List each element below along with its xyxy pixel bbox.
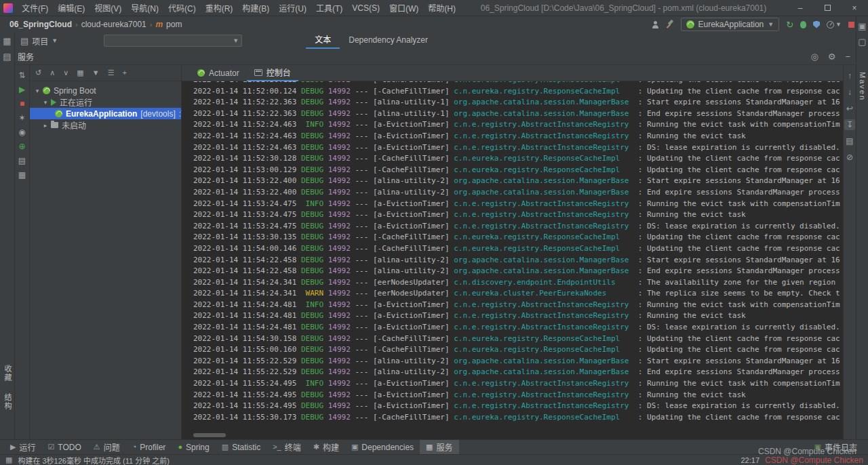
toolwindow-button-profiler[interactable]: ◔Profiler: [126, 440, 172, 455]
toolwindow-button-todo[interactable]: ☑TODO: [41, 440, 87, 455]
menu-item[interactable]: 帮助(H): [423, 2, 460, 14]
toolwindow-button-label: 构建: [323, 441, 339, 453]
log-line: 2022-01-14 11:54:30.158 DEBUG 14992 --- …: [193, 333, 843, 345]
bottom-bar-items: ▶运行☑TODO⚠问题◔Profiler●Spring▥Statistic>_终…: [4, 440, 459, 455]
log-line: 2022-01-14 11:54:00.146 DEBUG 14992 --- …: [193, 243, 843, 255]
log-line: 2022-01-14 11:53:00.129 DEBUG 14992 --- …: [193, 165, 843, 176]
breadcrumb-file[interactable]: pom: [166, 20, 182, 29]
menu-item[interactable]: 导航(N): [126, 2, 163, 14]
log-line: 2022-01-14 11:53:22.400 DEBUG 14992 --- …: [193, 176, 843, 187]
toolwindow-button-problems[interactable]: ⚠问题: [87, 440, 126, 455]
menu-item[interactable]: 重构(R): [201, 2, 238, 14]
build-hammer-icon[interactable]: [666, 20, 674, 28]
menu-item[interactable]: 文件(F): [17, 2, 53, 14]
add-service-icon[interactable]: +: [123, 69, 127, 77]
run-service-icon[interactable]: ▶: [19, 85, 25, 94]
tab-text[interactable]: 文本: [306, 33, 340, 49]
console-output[interactable]: 2022-01-14 11:51:30.112 DEBUG 14992 --- …: [182, 81, 843, 439]
commit-toolwindow-icon[interactable]: ▤: [3, 52, 11, 61]
tree-node-not-started[interactable]: ▸ 未启动: [30, 119, 181, 131]
editor-tabs: 文本 Dependency Analyzer: [306, 33, 437, 49]
hide-panel-icon[interactable]: −: [845, 52, 850, 61]
log-lines: 2022-01-14 11:51:30.112 DEBUG 14992 --- …: [182, 81, 843, 423]
toolwindow-button-dependencies[interactable]: ▣Dependencies: [345, 440, 420, 455]
filter-icon[interactable]: ▼: [92, 69, 100, 77]
toolwindow-button-statistic[interactable]: ▥Statistic: [216, 440, 267, 455]
refresh-icon[interactable]: ↺: [35, 69, 41, 77]
spring-boot-icon: [686, 20, 694, 28]
gradle-toolwindow-icon[interactable]: ▢: [858, 37, 866, 46]
wrench-icon[interactable]: ✶: [18, 114, 25, 122]
toolwindow-button-build[interactable]: ✱构建: [307, 440, 345, 455]
toolwindow-button-spring[interactable]: ●Spring: [172, 440, 215, 455]
toolwindow-button-terminal[interactable]: >_终端: [267, 440, 307, 455]
soft-wrap-icon[interactable]: ↩: [844, 103, 855, 114]
maven-toolwindow-button[interactable]: Maven: [859, 72, 867, 101]
profiler-button[interactable]: ▼: [827, 21, 842, 28]
horizontal-scrollbar[interactable]: [193, 433, 226, 437]
toolwindow-button-run[interactable]: ▶运行: [4, 440, 41, 455]
maximize-icon[interactable]: [814, 0, 841, 16]
run-configuration-select[interactable]: EurekaApplication ▼: [681, 18, 780, 31]
thread-dump-icon[interactable]: ⊕: [18, 142, 25, 150]
group-by-icon[interactable]: ▦: [77, 69, 83, 77]
options-icon[interactable]: ◎: [810, 52, 818, 61]
scroll-icon[interactable]: ⇅: [18, 71, 25, 79]
scroll-to-end-icon[interactable]: ↧: [844, 119, 855, 130]
menu-item[interactable]: 编辑(E): [53, 2, 90, 14]
view-options-icon[interactable]: ☰: [108, 69, 115, 77]
profiler-icon: [827, 21, 834, 28]
breadcrumb-project[interactable]: 06_SpringCloud: [9, 20, 72, 29]
structure-toolwindow-button[interactable]: 结构: [2, 393, 13, 411]
tab-actuator[interactable]: Actuator: [190, 65, 247, 81]
notifications-icon[interactable]: ▣: [858, 22, 866, 31]
breadcrumb-module[interactable]: cloud-eureka7001: [81, 20, 146, 29]
tree-node-running[interactable]: ▾ 正在运行: [30, 96, 181, 108]
tree-node-eureka-application[interactable]: EurekaApplication [devtools] :7001/: [30, 108, 181, 119]
menu-item[interactable]: VCS(S): [347, 3, 384, 13]
clipboard-icon[interactable]: ▤: [18, 157, 26, 165]
close-icon[interactable]: ×: [841, 0, 868, 16]
print-icon[interactable]: ▤: [844, 136, 855, 146]
rerun-icon[interactable]: ↻: [786, 20, 793, 29]
tab-console[interactable]: 控制台: [247, 65, 298, 81]
layout-icon[interactable]: ▦: [18, 171, 26, 179]
favorites-toolwindow-button[interactable]: 收藏: [2, 365, 13, 382]
menu-item[interactable]: 窗口(W): [384, 2, 423, 14]
services-toolbar: ↺ ∧ ∨ ▦ ▼ ☰ +: [30, 65, 181, 81]
tab-dependency-analyzer[interactable]: Dependency Analyzer: [340, 33, 437, 49]
chevron-down-icon: ▼: [768, 21, 774, 28]
stop-service-icon[interactable]: ■: [20, 100, 24, 108]
run-controls: EurekaApplication ▼ ↻ ▼: [652, 18, 868, 31]
tree-node-spring-boot[interactable]: ▾ Spring Boot: [30, 85, 181, 96]
expand-all-icon[interactable]: ∨: [63, 69, 68, 77]
services-toolbar-vertical: ⇅ ▶ ■ ✶ ◉ ⊕ ▤ ▦: [15, 65, 30, 439]
coverage-icon[interactable]: [813, 21, 820, 28]
clear-console-icon[interactable]: ⊘: [844, 152, 855, 163]
account-icon[interactable]: [652, 21, 659, 28]
scroll-down-icon[interactable]: ↓: [844, 87, 855, 98]
gear-icon[interactable]: ⚙: [828, 52, 836, 61]
camera-icon[interactable]: ◉: [18, 128, 25, 136]
menu-item[interactable]: 运行(U): [274, 2, 311, 14]
menu-item[interactable]: 构建(B): [237, 2, 274, 14]
console-toolbar: ↑ ↓ ↩ ↧ ▤ ⊘: [843, 65, 856, 439]
toolwindow-switcher-icon[interactable]: ▦: [5, 456, 12, 464]
spring-leaf-icon: [197, 69, 205, 77]
stop-icon[interactable]: [848, 22, 854, 28]
breadcrumb-separator-icon: ›: [75, 20, 78, 28]
debug-icon[interactable]: [800, 21, 806, 28]
minimize-icon[interactable]: –: [787, 0, 814, 16]
toolwindow-button-services[interactable]: ▦服务: [420, 440, 458, 455]
collapse-all-icon[interactable]: ∧: [50, 69, 55, 77]
project-view-icon: ▤: [20, 37, 28, 45]
log-line: 2022-01-14 11:53:24.475 DEBUG 14992 --- …: [193, 221, 843, 232]
module-dropdown[interactable]: ▼: [104, 35, 242, 47]
menu-item[interactable]: 代码(C): [163, 2, 201, 14]
menu-item[interactable]: 工具(T): [311, 2, 347, 14]
project-toolwindow-icon[interactable]: ▦: [3, 37, 11, 45]
project-selector[interactable]: ▤ 项目 ▼: [15, 35, 63, 47]
chevron-down-icon: ▾: [34, 87, 41, 94]
menu-item[interactable]: 视图(V): [90, 2, 126, 14]
scroll-up-icon[interactable]: ↑: [844, 70, 855, 81]
